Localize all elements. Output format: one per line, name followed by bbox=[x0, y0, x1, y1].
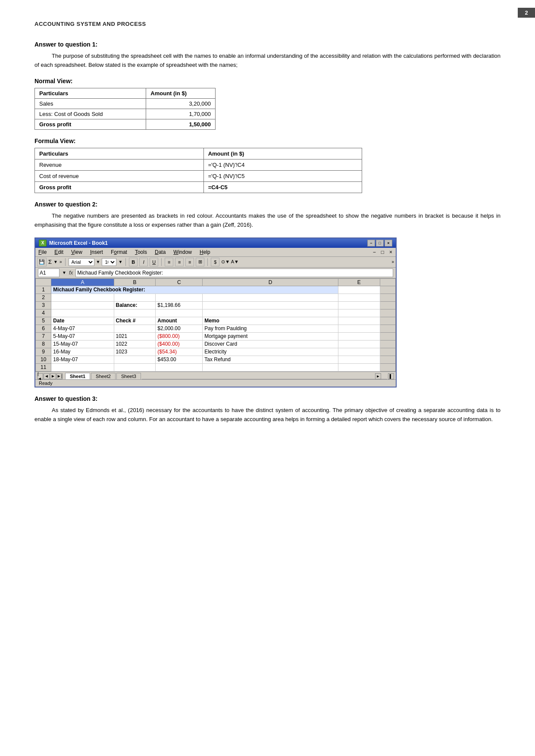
cell-e3[interactable] bbox=[338, 301, 380, 309]
cell-d7[interactable]: Mortgage payment bbox=[203, 332, 338, 340]
minimize-button[interactable]: − bbox=[367, 240, 375, 247]
cell-c5[interactable]: Amount bbox=[156, 317, 203, 325]
menu-format[interactable]: Format bbox=[110, 249, 128, 256]
tab-sheet3[interactable]: Sheet3 bbox=[116, 373, 141, 379]
cell-d5[interactable]: Memo bbox=[203, 317, 338, 325]
bold-button[interactable]: B bbox=[129, 258, 138, 266]
tab-last-btn[interactable]: ►| bbox=[56, 373, 63, 379]
font-size-select[interactable]: 10 bbox=[102, 258, 116, 266]
horizontal-scrollbar[interactable]: ► bbox=[142, 373, 387, 379]
cell-a2[interactable] bbox=[51, 294, 114, 301]
cell-e8[interactable] bbox=[338, 340, 380, 348]
tab-prev-btn[interactable]: ◄ bbox=[44, 373, 50, 379]
menu-view[interactable]: View bbox=[70, 249, 84, 256]
cell-b7[interactable]: 1021 bbox=[114, 332, 156, 340]
cell-d2[interactable] bbox=[203, 294, 338, 301]
cell-name-box[interactable]: A1 bbox=[38, 269, 59, 277]
cell-c8[interactable]: ($400.00) bbox=[156, 340, 203, 348]
restore-button[interactable]: □ bbox=[376, 240, 384, 247]
excel-toolbar: 💾 Σ ▼ » Arial ▼ 10 ▼ B I U ≡ ≡ ≡ ⊞ $ bbox=[35, 257, 396, 268]
app-close-btn[interactable]: × bbox=[388, 249, 394, 255]
split-btn[interactable]: ▌ bbox=[388, 373, 394, 379]
align-left-btn[interactable]: ≡ bbox=[165, 258, 173, 266]
currency-btn[interactable]: $ bbox=[211, 258, 219, 266]
col-header-e[interactable]: E bbox=[338, 278, 380, 286]
font-family-select[interactable]: Arial bbox=[69, 258, 94, 266]
tab-sheet2[interactable]: Sheet2 bbox=[91, 373, 116, 379]
italic-button[interactable]: I bbox=[139, 258, 148, 266]
cell-b9[interactable]: 1023 bbox=[114, 348, 156, 356]
cell-b10[interactable] bbox=[114, 356, 156, 363]
cell-c7[interactable]: ($800.00) bbox=[156, 332, 203, 340]
cell-d3[interactable] bbox=[203, 301, 338, 309]
cell-a5[interactable]: Date bbox=[51, 317, 114, 325]
merge-btn[interactable]: ⊞ bbox=[196, 258, 204, 266]
menu-window[interactable]: Window bbox=[172, 249, 193, 256]
cell-b4[interactable] bbox=[114, 309, 156, 317]
cell-a11[interactable] bbox=[51, 363, 114, 371]
cell-d6[interactable]: Pay from Paulding bbox=[203, 325, 338, 332]
app-minimize-btn[interactable]: − bbox=[371, 249, 378, 255]
tab-next-btn[interactable]: ► bbox=[50, 373, 56, 379]
cell-e11[interactable] bbox=[338, 363, 380, 371]
cell-b5[interactable]: Check # bbox=[114, 317, 156, 325]
cell-b8[interactable]: 1022 bbox=[114, 340, 156, 348]
menu-data[interactable]: Data bbox=[153, 249, 167, 256]
cell-c2[interactable] bbox=[156, 294, 203, 301]
cell-b11[interactable] bbox=[114, 363, 156, 371]
scroll-right-btn[interactable]: ► bbox=[375, 373, 381, 379]
cell-a8[interactable]: 15-May-07 bbox=[51, 340, 114, 348]
tab-nav-controls[interactable]: |◄ ◄ ► ►| bbox=[37, 373, 63, 379]
tab-sheet1[interactable]: Sheet1 bbox=[65, 373, 90, 379]
cell-a4[interactable] bbox=[51, 309, 114, 317]
cell-a1[interactable]: Michaud Family Checkbook Register: bbox=[51, 286, 338, 294]
cell-b3[interactable]: Balance: bbox=[114, 301, 156, 309]
cell-e7[interactable] bbox=[338, 332, 380, 340]
underline-button[interactable]: U bbox=[150, 258, 158, 266]
close-button[interactable]: × bbox=[385, 240, 392, 247]
cell-e2[interactable] bbox=[338, 294, 380, 301]
menu-file[interactable]: File bbox=[37, 249, 48, 256]
cell-e6[interactable] bbox=[338, 325, 380, 332]
cell-c4[interactable] bbox=[156, 309, 203, 317]
cell-a9[interactable]: 16-May bbox=[51, 348, 114, 356]
cell-a6[interactable]: 4-May-07 bbox=[51, 325, 114, 332]
cell-c3[interactable]: $1,198.66 bbox=[156, 301, 203, 309]
cell-e4[interactable] bbox=[338, 309, 380, 317]
col-header-b[interactable]: B bbox=[114, 278, 156, 286]
excel-title-controls[interactable]: − □ × bbox=[367, 240, 392, 247]
menu-tools[interactable]: Tools bbox=[134, 249, 148, 256]
cell-d9[interactable]: Electricity bbox=[203, 348, 338, 356]
cell-e10[interactable] bbox=[338, 356, 380, 363]
col-header-c[interactable]: C bbox=[156, 278, 203, 286]
menu-edit[interactable]: Edit bbox=[53, 249, 65, 256]
name-box-dropdown[interactable]: ▼ bbox=[62, 270, 66, 275]
cell-a7[interactable]: 5-May-07 bbox=[51, 332, 114, 340]
cell-b2[interactable] bbox=[114, 294, 156, 301]
cell-d8[interactable]: Discover Card bbox=[203, 340, 338, 348]
cell-e9[interactable] bbox=[338, 348, 380, 356]
cell-c6[interactable]: $2,000.00 bbox=[156, 325, 203, 332]
menu-insert[interactable]: Insert bbox=[89, 249, 104, 256]
menu-close-controls[interactable]: − □ × bbox=[371, 249, 394, 255]
menu-help[interactable]: Help bbox=[198, 249, 212, 256]
cell-a10[interactable]: 18-May-07 bbox=[51, 356, 114, 363]
align-center-btn[interactable]: ≡ bbox=[175, 258, 184, 266]
cell-b6[interactable] bbox=[114, 325, 156, 332]
col-header-d[interactable]: D bbox=[203, 278, 338, 286]
app-restore-btn[interactable]: □ bbox=[379, 249, 386, 255]
cell-e5[interactable] bbox=[338, 317, 380, 325]
toolbar-save-btn[interactable]: 💾 bbox=[37, 258, 47, 266]
cell-d11[interactable] bbox=[203, 363, 338, 371]
col-header-a[interactable]: A bbox=[51, 278, 114, 286]
cell-a3[interactable] bbox=[51, 301, 114, 309]
cell-d4[interactable] bbox=[203, 309, 338, 317]
cell-c10[interactable]: $453.00 bbox=[156, 356, 203, 363]
cell-c11[interactable] bbox=[156, 363, 203, 371]
cell-c9[interactable]: ($54.34) bbox=[156, 348, 203, 356]
align-right-btn[interactable]: ≡ bbox=[185, 258, 194, 266]
cell-e1[interactable] bbox=[338, 286, 380, 294]
cell-d10[interactable]: Tax Refund bbox=[203, 356, 338, 363]
formula-bar-input[interactable]: Michaud Family Checkbook Register: bbox=[75, 269, 393, 277]
tab-first-btn[interactable]: |◄ bbox=[37, 373, 43, 379]
